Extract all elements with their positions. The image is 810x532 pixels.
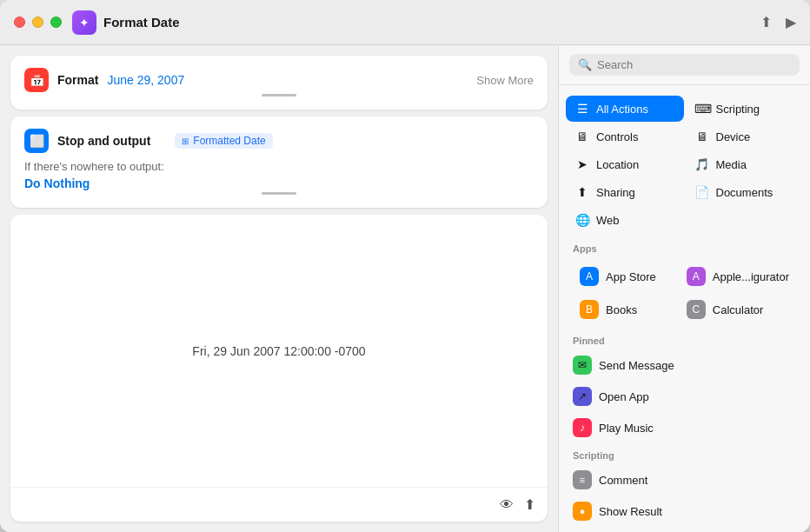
format-value[interactable]: June 29, 2007 [107, 73, 184, 87]
export-icon[interactable]: ⬆ [524, 496, 535, 513]
apple-igurator-icon: A [687, 267, 706, 286]
comment-icon: ≡ [573, 470, 592, 489]
all-actions-label: All Actions [596, 103, 648, 116]
divider-line [262, 94, 296, 96]
right-panel: 🔍 ☰ All Actions ⌨ Scripting [558, 45, 810, 532]
nowhere-text: If there's nowhere to output: [24, 160, 534, 173]
left-panel: 📅 Format June 29, 2007 Show More ⬜ Stop … [0, 45, 558, 532]
apple-igurator-label: Apple...igurator [713, 270, 789, 283]
show-result-icon: ● [573, 502, 592, 521]
format-icon: 📅 [24, 68, 49, 92]
sidebar-item-open-app[interactable]: ↗ Open App [559, 381, 810, 412]
show-result-label: Show Result [599, 505, 662, 518]
sidebar-item-send-message[interactable]: ✉ Send Message [559, 349, 810, 381]
sidebar-item-media[interactable]: 🎵 Media [686, 151, 804, 177]
sidebar-item-web[interactable]: 🌐 Web [566, 207, 684, 233]
divider2 [24, 190, 534, 196]
do-nothing-button[interactable]: Do Nothing [24, 176, 534, 190]
app-store-label: App Store [606, 270, 656, 283]
sidebar-item-all-actions[interactable]: ☰ All Actions [566, 96, 684, 122]
scripting-section-label: Scripting [559, 443, 810, 464]
search-bar: 🔍 [559, 45, 810, 85]
format-title: Format [57, 73, 98, 87]
controls-label: Controls [596, 130, 638, 143]
location-label: Location [596, 158, 639, 171]
calculator-label: Calculator [713, 303, 764, 316]
format-header: 📅 Format June 29, 2007 Show More [24, 68, 534, 92]
output-content: Fri, 29 Jun 2007 12:00:00 -0700 [10, 215, 548, 487]
sidebar-item-show-alert[interactable]: ! Show Alert [559, 527, 810, 532]
send-message-icon: ✉ [573, 356, 592, 375]
sidebar-item-sharing[interactable]: ⬆ Sharing [566, 179, 684, 205]
stop-header: ⬜ Stop and output Formatted Date [24, 129, 534, 153]
sidebar-item-app-store[interactable]: A App Store [566, 261, 671, 292]
sidebar-item-location[interactable]: ➤ Location [566, 151, 684, 177]
formatted-date-badge[interactable]: Formatted Date [175, 133, 272, 149]
device-label: Device [716, 130, 751, 143]
close-button[interactable] [14, 17, 25, 28]
sidebar-item-documents[interactable]: 📄 Documents [686, 179, 804, 205]
search-input[interactable] [597, 58, 791, 71]
device-icon: 🖥 [694, 130, 710, 143]
web-label: Web [596, 214, 620, 227]
sidebar-item-calculator[interactable]: C Calculator [673, 294, 803, 325]
open-app-icon: ↗ [573, 387, 592, 406]
fullscreen-button[interactable] [50, 17, 62, 28]
category-grid: ☰ All Actions ⌨ Scripting 🖥 Controls 🖥 D… [559, 92, 810, 236]
calculator-icon: C [687, 300, 706, 319]
play-music-label: Play Music [599, 422, 654, 435]
badge-text: Formatted Date [193, 135, 265, 147]
share-button[interactable]: ⬆ [760, 14, 772, 30]
play-music-icon: ♪ [573, 418, 592, 437]
eye-icon[interactable]: 👁 [500, 497, 514, 513]
controls-icon: 🖥 [574, 130, 590, 143]
sidebar-item-show-result[interactable]: ● Show Result [559, 495, 810, 527]
sidebar-item-play-music[interactable]: ♪ Play Music [559, 412, 810, 443]
sharing-label: Sharing [596, 186, 635, 199]
books-icon: B [580, 300, 599, 319]
main-content: 📅 Format June 29, 2007 Show More ⬜ Stop … [0, 45, 810, 532]
sidebar-item-controls[interactable]: 🖥 Controls [566, 123, 684, 150]
traffic-lights [14, 17, 62, 28]
divider-line2 [262, 192, 296, 195]
stop-card: ⬜ Stop and output Formatted Date If ther… [10, 116, 548, 208]
sidebar-item-device[interactable]: 🖥 Device [686, 123, 804, 150]
search-icon: 🔍 [578, 58, 592, 71]
show-more-button[interactable]: Show More [476, 74, 534, 87]
titlebar: ✦ Format Date ⬆ ▶ [0, 0, 810, 45]
app-icon: ✦ [72, 10, 96, 35]
sidebar-item-apple-igurator[interactable]: A Apple...igurator [673, 261, 803, 292]
sidebar-item-books[interactable]: B Books [566, 294, 671, 325]
media-icon: 🎵 [694, 157, 710, 171]
documents-icon: 📄 [694, 185, 710, 199]
apps-grid: A App Store A Apple...igurator B Books C… [559, 257, 810, 329]
sidebar-item-scripting[interactable]: ⌨ Scripting [686, 96, 804, 122]
search-wrap: 🔍 [569, 54, 800, 76]
output-footer: 👁 ⬆ [10, 487, 548, 522]
play-button[interactable]: ▶ [786, 14, 796, 30]
minimize-button[interactable] [32, 17, 43, 28]
output-card: Fri, 29 Jun 2007 12:00:00 -0700 👁 ⬆ [10, 215, 548, 522]
scripting-label: Scripting [716, 103, 760, 116]
sharing-icon: ⬆ [574, 185, 590, 199]
location-icon: ➤ [574, 157, 590, 171]
books-label: Books [606, 303, 637, 316]
pinned-section-label: Pinned [559, 329, 810, 349]
format-card: 📅 Format June 29, 2007 Show More [10, 56, 548, 110]
documents-label: Documents [716, 186, 773, 199]
comment-label: Comment [599, 474, 647, 487]
main-window: ✦ Format Date ⬆ ▶ 📅 Format June 29, 2007… [0, 0, 810, 532]
scripting-icon: ⌨ [694, 102, 710, 116]
divider [24, 92, 534, 97]
open-app-label: Open App [599, 390, 649, 403]
stop-title: Stop and output [57, 134, 150, 148]
app-store-icon: A [580, 267, 599, 286]
send-message-label: Send Message [599, 359, 674, 372]
sidebar-scroll: ☰ All Actions ⌨ Scripting 🖥 Controls 🖥 D… [559, 85, 810, 532]
apps-section-label: Apps [559, 236, 810, 257]
web-icon: 🌐 [574, 213, 590, 227]
window-title: Format Date [103, 15, 760, 30]
titlebar-actions: ⬆ ▶ [760, 14, 796, 30]
media-label: Media [716, 158, 747, 171]
sidebar-item-comment[interactable]: ≡ Comment [559, 464, 810, 495]
